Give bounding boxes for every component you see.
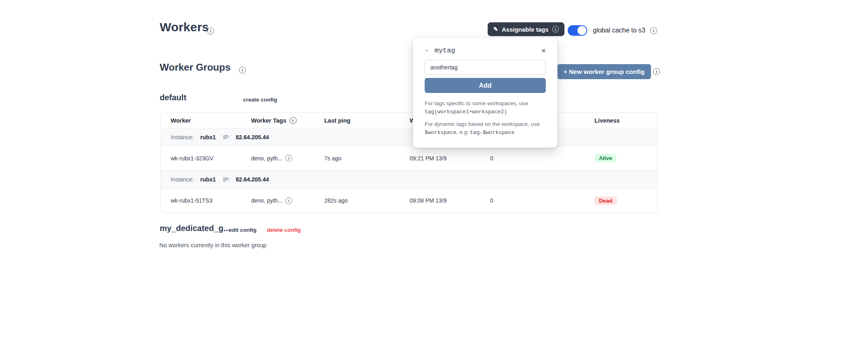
column-worker-tags: Worker Tags (251, 117, 286, 124)
worker-row: wk-rubx1-323GV deno, pyth... i 7s ago 09… (161, 146, 657, 171)
global-cache-info-icon[interactable]: i (650, 27, 657, 34)
ip-label: IP: (223, 134, 230, 140)
column-liveness: Liveness (595, 117, 657, 124)
new-worker-group-config-info-icon[interactable]: i (653, 68, 660, 75)
worker-start: 09:08 PM 13/9 (410, 197, 490, 204)
new-tag-input[interactable] (425, 60, 546, 75)
global-cache-label: global cache to s3 (593, 27, 645, 34)
new-worker-group-config-button[interactable]: + New worker group config (557, 64, 651, 79)
tags-help-workspaces: For tags specific to some workspaces, us… (425, 99, 546, 116)
worker-start: 09:21 PM 13/9 (410, 155, 490, 162)
worker-groups-info-icon[interactable]: i (239, 67, 246, 73)
assignable-tags-info-icon[interactable]: i (552, 26, 559, 32)
worker-row: wk-rubx1-51TS3 deno, pyth... i 282s ago … (161, 188, 657, 213)
tags-help-code: tag(workspace1+workspace2) (425, 109, 507, 115)
tags-help-dynamic: For dynamic tags based on the workspace,… (425, 120, 546, 137)
instance-name: rubx1 (200, 176, 216, 183)
toggle-knob (577, 26, 586, 35)
worker-jobs: 0 (490, 197, 595, 204)
worker-last-ping: 282s ago (324, 197, 410, 204)
instance-label: Instance: (171, 134, 194, 140)
column-worker: Worker (171, 117, 251, 124)
worker-tags: deno, pyth... (251, 155, 282, 162)
instance-name: rubx1 (200, 134, 216, 140)
worker-tags-cell-info-icon[interactable]: i (285, 155, 292, 162)
pencil-icon: ✎ (493, 26, 498, 32)
table-header-row: Worker Worker Tags i Last ping W Livenes… (161, 113, 657, 128)
assignable-tags-label: Assignable tags (502, 26, 549, 33)
group-name-default: default (160, 93, 187, 102)
workers-info-icon[interactable]: i (207, 28, 214, 35)
instance-row: Instance: rubx1 IP: 82.64.205.44 (161, 171, 657, 188)
instance-label: Instance: (171, 176, 194, 183)
tags-help-code: tag-$workspace (470, 130, 514, 136)
workers-page: Workers i ✎ Assignable tags i global cac… (0, 0, 868, 339)
ip-value: 82.64.205.44 (236, 176, 269, 183)
delete-config-button[interactable]: delete config (267, 227, 301, 233)
instance-row: Instance: rubx1 IP: 82.64.205.44 (161, 128, 657, 146)
liveness-badge: Alive (595, 154, 616, 162)
worker-name: wk-rubx1-323GV (171, 155, 251, 162)
worker-tags-info-icon[interactable]: i (290, 117, 297, 124)
worker-tags: deno, pyth... (251, 197, 282, 204)
assignable-tags-button[interactable]: ✎ Assignable tags i (488, 22, 564, 36)
edit-config-button[interactable]: edit config (229, 227, 256, 233)
liveness-badge: Dead (595, 196, 617, 205)
empty-group-note: No workers currently in this worker grou… (159, 242, 267, 248)
worker-jobs: 0 (490, 155, 595, 162)
worker-name: wk-rubx1-51TS3 (171, 197, 251, 204)
global-cache-toggle[interactable] (568, 25, 587, 36)
create-config-button[interactable]: create config (243, 97, 277, 103)
worker-last-ping: 7s ago (324, 155, 410, 162)
group-name-dedicated: my_dedicated_g... (160, 224, 230, 233)
add-tag-button[interactable]: Add (425, 78, 546, 93)
ip-label: IP: (223, 176, 230, 183)
tag-name: mytag (434, 47, 455, 54)
tag-row: - mytag × (425, 47, 546, 54)
remove-tag-button[interactable]: - (425, 47, 434, 54)
worker-groups-heading: Worker Groups (160, 62, 230, 73)
close-icon[interactable]: × (541, 47, 546, 54)
workers-table: Worker Worker Tags i Last ping W Livenes… (161, 112, 658, 213)
worker-tags-cell-info-icon[interactable]: i (285, 197, 292, 204)
column-last-ping: Last ping (324, 117, 410, 124)
page-title: Workers (160, 20, 209, 34)
assignable-tags-popover: - mytag × Add For tags specific to some … (413, 37, 558, 148)
ip-value: 82.64.205.44 (236, 134, 269, 140)
tags-help-code: $workspace (425, 130, 456, 136)
